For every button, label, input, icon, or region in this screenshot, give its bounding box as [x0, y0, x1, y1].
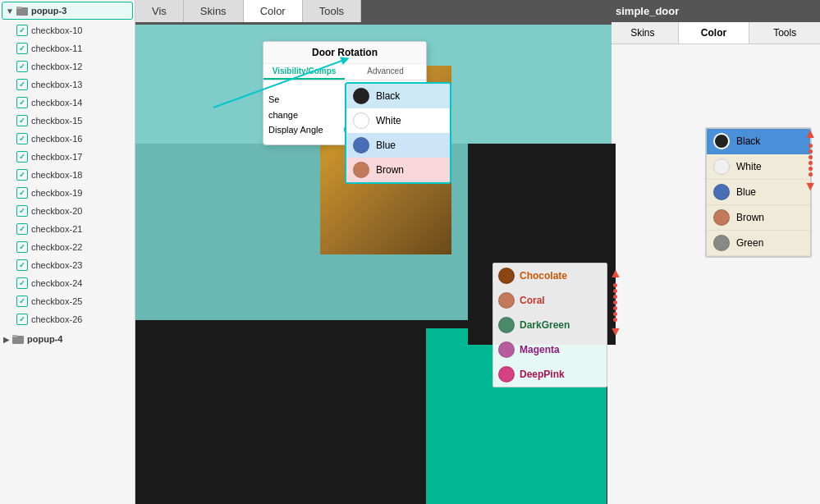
door-label-magenta: Magenta [520, 344, 560, 355]
tree-checkbox-12[interactable]: checkbox-12 [0, 57, 135, 76]
scene-door-coral[interactable]: Coral [493, 288, 607, 313]
right-circle-brown [713, 209, 730, 226]
sdot1 [613, 283, 617, 287]
tree-checkbox-17[interactable]: checkbox-17 [0, 148, 135, 166]
door-circle-deeppink [498, 366, 515, 383]
popup4-label: popup-4 [27, 334, 62, 344]
checkbox-icon-checkbox-19[interactable] [16, 187, 28, 199]
right-color-black[interactable]: Black [707, 129, 810, 154]
tree-checkbox-26[interactable]: checkbox-26 [0, 310, 135, 328]
checkbox-icon-checkbox-22[interactable] [16, 241, 28, 253]
popup-tab-advanced[interactable]: Advanced [345, 64, 426, 80]
right-circle-black [713, 133, 730, 149]
tree-checkbox-23[interactable]: checkbox-23 [0, 256, 135, 274]
dot2 [809, 149, 813, 153]
dot5 [809, 167, 813, 171]
collapse-arrow[interactable]: ▼ [6, 7, 14, 16]
tree-checkbox-21[interactable]: checkbox-21 [0, 220, 135, 238]
color-item-black[interactable]: Black [346, 84, 450, 108]
tree-checkbox-15[interactable]: checkbox-15 [0, 112, 135, 130]
checkbox-icon-checkbox-26[interactable] [16, 314, 28, 325]
checkbox-icon-checkbox-15[interactable] [16, 115, 28, 126]
scene-door-chocolate[interactable]: Chocolate [493, 263, 607, 288]
tree-popup3[interactable]: ▼ popup-3 [2, 2, 133, 20]
scene-door-deeppink[interactable]: DeepPink [493, 362, 607, 387]
right-circle-white [713, 158, 730, 175]
checkbox-icon-checkbox-25[interactable] [16, 296, 28, 307]
right-label-blue: Blue [736, 186, 756, 198]
right-color-blue[interactable]: Blue [707, 180, 810, 205]
scene-scroll-down[interactable]: ▼ [609, 325, 622, 338]
tree-checkbox-19[interactable]: checkbox-19 [0, 184, 135, 202]
dot3 [809, 155, 813, 159]
right-scroll-down[interactable]: ▼ [804, 180, 817, 193]
tree-checkbox-25[interactable]: checkbox-25 [0, 292, 135, 310]
checkbox-icon-checkbox-18[interactable] [16, 169, 28, 181]
scene-door-magenta[interactable]: Magenta [493, 337, 607, 362]
door-label-chocolate: Chocolate [520, 270, 567, 282]
tree-checkbox-13[interactable]: checkbox-13 [0, 76, 135, 94]
tree-checkbox-11[interactable]: checkbox-11 [0, 39, 135, 57]
right-panel-title: simple_door [616, 5, 679, 17]
scene-door-darkgreen[interactable]: DarkGreen [493, 313, 607, 337]
right-label-green: Green [736, 237, 763, 249]
color-dropdown: Black White Blue Brown [345, 82, 451, 184]
tree-checkbox-18[interactable]: checkbox-18 [0, 166, 135, 184]
color-label-blue: Blue [376, 140, 396, 151]
right-circle-blue [713, 184, 730, 200]
right-color-list: Black White Blue Brown Green [705, 127, 812, 258]
sdot4 [613, 300, 617, 305]
tree-checkbox-22[interactable]: checkbox-22 [0, 238, 135, 256]
checkbox-icon-checkbox-16[interactable] [16, 133, 28, 144]
tree-checkbox-10[interactable]: checkbox-10 [0, 21, 135, 39]
door-circle-coral [498, 292, 515, 309]
checkbox-icon-checkbox-20[interactable] [16, 205, 28, 217]
checkbox-icon-checkbox-12[interactable] [16, 61, 28, 72]
right-color-green[interactable]: Green [707, 231, 810, 256]
tab-skins[interactable]: Skins [184, 0, 244, 22]
tab-vis[interactable]: Vis [135, 0, 184, 22]
right-panel: simple_door Skins Color Tools Black Whit… [607, 0, 820, 504]
color-item-brown[interactable]: Brown [346, 158, 450, 182]
sdot5 [613, 306, 617, 310]
tab-tools[interactable]: Tools [303, 0, 361, 22]
sdot7 [613, 318, 617, 322]
door-circle-darkgreen [498, 317, 515, 333]
right-scroll-dots [804, 140, 817, 180]
tree-checkbox-20[interactable]: checkbox-20 [0, 202, 135, 220]
right-tabs: Skins Color Tools [607, 22, 820, 44]
color-circle-brown [353, 162, 369, 178]
checkbox-icon-checkbox-11[interactable] [16, 43, 28, 54]
scene-tabs-bar: Vis Skins Color Tools [135, 0, 361, 22]
checkbox-icon-checkbox-24[interactable] [16, 277, 28, 289]
svg-rect-3 [12, 335, 17, 337]
checkbox-icon-checkbox-14[interactable] [16, 97, 28, 108]
right-color-brown[interactable]: Brown [707, 205, 810, 231]
scene-scroll-dots [609, 280, 622, 325]
sdot2 [613, 289, 617, 293]
right-tab-color[interactable]: Color [679, 22, 750, 44]
right-panel-header: simple_door [607, 0, 820, 22]
popup-tabs: Visibility/Comps Advanced [263, 64, 426, 80]
checkbox-icon-checkbox-23[interactable] [16, 259, 28, 271]
right-scroll-up[interactable]: ▲ [804, 127, 817, 140]
tree-checkbox-16[interactable]: checkbox-16 [0, 130, 135, 148]
checkbox-icon-checkbox-10[interactable] [16, 25, 28, 36]
checkbox-icon-checkbox-17[interactable] [16, 151, 28, 163]
left-panel: ▼ popup-3 checkbox-10checkbox-11checkbox… [0, 0, 135, 504]
right-color-white[interactable]: White [707, 154, 810, 180]
collapse-arrow-4[interactable]: ▶ [3, 335, 10, 344]
color-item-white[interactable]: White [346, 108, 450, 133]
tree-checkbox-14[interactable]: checkbox-14 [0, 94, 135, 112]
scene-scroll-up[interactable]: ▲ [609, 267, 622, 280]
right-tab-tools[interactable]: Tools [749, 22, 820, 44]
checkbox-icon-checkbox-21[interactable] [16, 223, 28, 235]
checkbox-icon-checkbox-13[interactable] [16, 79, 28, 90]
tree-popup4[interactable]: ▶ popup-4 [0, 330, 135, 348]
right-tab-skins[interactable]: Skins [607, 22, 679, 44]
color-label-black: Black [376, 90, 400, 102]
color-item-blue[interactable]: Blue [346, 133, 450, 158]
popup-tab-visibility[interactable]: Visibility/Comps [263, 64, 345, 80]
tree-checkbox-24[interactable]: checkbox-24 [0, 274, 135, 292]
tab-color[interactable]: Color [244, 0, 303, 22]
